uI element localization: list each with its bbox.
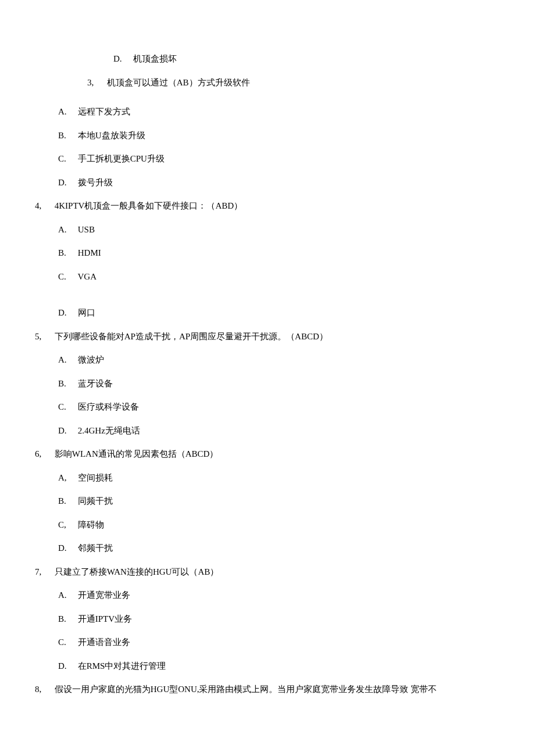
option-text: 开通宽带业务 — [78, 590, 130, 600]
option-text: 2.4GHz无绳电话 — [78, 426, 140, 435]
question-label: 5, — [35, 330, 52, 343]
option-text: 医疗或科学设备 — [78, 402, 139, 411]
option-block: A. 远程下发方式 B. 本地U盘放装升级 C. 手工拆机更换CPU升级 D. … — [35, 105, 500, 189]
question-text: 影响WLAN通讯的常见因素包括（ABCD） — [55, 449, 219, 458]
option-label: A. — [58, 353, 76, 367]
option-text: 拨号升级 — [78, 178, 113, 187]
option-item: C. 手工拆机更换CPU升级 — [58, 152, 500, 166]
question-label: 4, — [35, 199, 52, 213]
option-item: A, 空间损耗 — [58, 471, 500, 485]
option-item: D. 网口 — [58, 306, 500, 320]
option-text: 手工拆机更换CPU升级 — [78, 154, 165, 163]
option-item: B. 本地U盘放装升级 — [58, 129, 500, 142]
option-label: D. — [58, 660, 76, 673]
option-text: 机顶盒损坏 — [133, 54, 177, 63]
option-text: USB — [78, 225, 95, 234]
option-label: B. — [58, 377, 76, 390]
question-text: 假设一用户家庭的光猫为HGU型ONU,采用路由模式上网。当用户家庭宽带业务发生故… — [55, 685, 437, 694]
option-label: C. — [58, 400, 76, 414]
option-item: B. 同频干扰 — [58, 495, 500, 508]
question-text: 4KIPTV机顶盒一般具备如下硬件接口：（ABD） — [55, 201, 242, 210]
option-block: A, 空间损耗 B. 同频干扰 C, 障碍物 D. 邻频干扰 — [35, 471, 500, 555]
option-label: C. — [58, 636, 76, 649]
option-label: A. — [58, 105, 76, 119]
option-item: B. 开通IPTV业务 — [58, 612, 500, 626]
option-label: C, — [58, 518, 76, 532]
option-item: A. 开通宽带业务 — [58, 589, 500, 602]
option-block: A. USB B. HDMI C. VGA D. 网口 — [35, 223, 500, 320]
question-text: 机顶盒可以通过（AB）方式升级软件 — [107, 78, 250, 87]
option-label: C. — [58, 270, 76, 284]
option-item: C, 障碍物 — [58, 518, 500, 532]
question-label: 6, — [35, 447, 52, 461]
option-block: A. 开通宽带业务 B. 开通IPTV业务 C. 开通语音业务 D. 在RMS中… — [35, 589, 500, 672]
option-label: D. — [58, 306, 76, 320]
option-item: D. 在RMS中对其进行管理 — [58, 660, 500, 673]
option-text: 邻频干扰 — [78, 543, 113, 553]
option-text: 网口 — [78, 308, 95, 317]
question-text: 下列哪些设备能对AP造成干扰，AP周围应尽量避开干扰源。（ABCD） — [55, 332, 328, 341]
option-text: 障碍物 — [78, 520, 104, 529]
option-item: B. 蓝牙设备 — [58, 377, 500, 390]
option-item: D. 拨号升级 — [58, 176, 500, 189]
option-text: 空间损耗 — [78, 473, 113, 482]
question-text: 只建立了桥接WAN连接的HGU可以（AB） — [55, 567, 219, 576]
option-label: B. — [58, 129, 76, 142]
option-label: A, — [58, 471, 76, 485]
option-text: VGA — [77, 272, 97, 281]
option-text: HDMI — [78, 248, 101, 257]
option-text: 同频干扰 — [78, 496, 113, 506]
question-item: 6, 影响WLAN通讯的常见因素包括（ABCD） — [35, 447, 500, 461]
option-text: 远程下发方式 — [78, 107, 130, 116]
option-label: A. — [58, 223, 76, 237]
option-text: 开通IPTV业务 — [78, 614, 132, 624]
question-item: 8, 假设一用户家庭的光猫为HGU型ONU,采用路由模式上网。当用户家庭宽带业务… — [35, 683, 500, 696]
option-item: C. VGA — [58, 270, 500, 284]
option-item: D. 2.4GHz无绳电话 — [58, 424, 500, 438]
option-label: B. — [58, 495, 76, 508]
option-item: D. 机顶盒损坏 — [35, 52, 500, 66]
option-text: 本地U盘放装升级 — [78, 131, 145, 140]
option-item: A. 微波炉 — [58, 353, 500, 367]
option-item: C. 开通语音业务 — [58, 636, 500, 649]
option-item: A. USB — [58, 223, 500, 237]
option-text: 在RMS中对其进行管理 — [78, 661, 166, 671]
option-label: D. — [58, 424, 76, 438]
question-item: 4, 4KIPTV机顶盒一般具备如下硬件接口：（ABD） — [35, 199, 500, 213]
question-item: 3, 机顶盒可以通过（AB）方式升级软件 — [35, 76, 500, 89]
option-text: 微波炉 — [78, 355, 104, 364]
document-page: D. 机顶盒损坏 3, 机顶盒可以通过（AB）方式升级软件 A. 远程下发方式 … — [0, 0, 535, 756]
option-label: D. — [58, 176, 76, 189]
option-label: D. — [58, 542, 76, 555]
option-block: A. 微波炉 B. 蓝牙设备 C. 医疗或科学设备 D. 2.4GHz无绳电话 — [35, 353, 500, 437]
option-label: B. — [58, 246, 76, 260]
question-item: 7, 只建立了桥接WAN连接的HGU可以（AB） — [35, 565, 500, 579]
option-item: B. HDMI — [58, 246, 500, 260]
option-item: C. 医疗或科学设备 — [58, 400, 500, 414]
option-item: A. 远程下发方式 — [58, 105, 500, 119]
question-item: 5, 下列哪些设备能对AP造成干扰，AP周围应尽量避开干扰源。（ABCD） — [35, 330, 500, 343]
option-label: D. — [113, 52, 131, 66]
question-label: 8, — [35, 683, 52, 696]
option-text: 开通语音业务 — [78, 637, 130, 647]
question-label: 7, — [35, 565, 52, 579]
option-label: C. — [58, 152, 76, 166]
option-text: 蓝牙设备 — [78, 379, 113, 388]
question-label: 3, — [87, 76, 105, 89]
option-label: B. — [58, 612, 76, 626]
option-item: D. 邻频干扰 — [58, 542, 500, 555]
option-label: A. — [58, 589, 76, 602]
